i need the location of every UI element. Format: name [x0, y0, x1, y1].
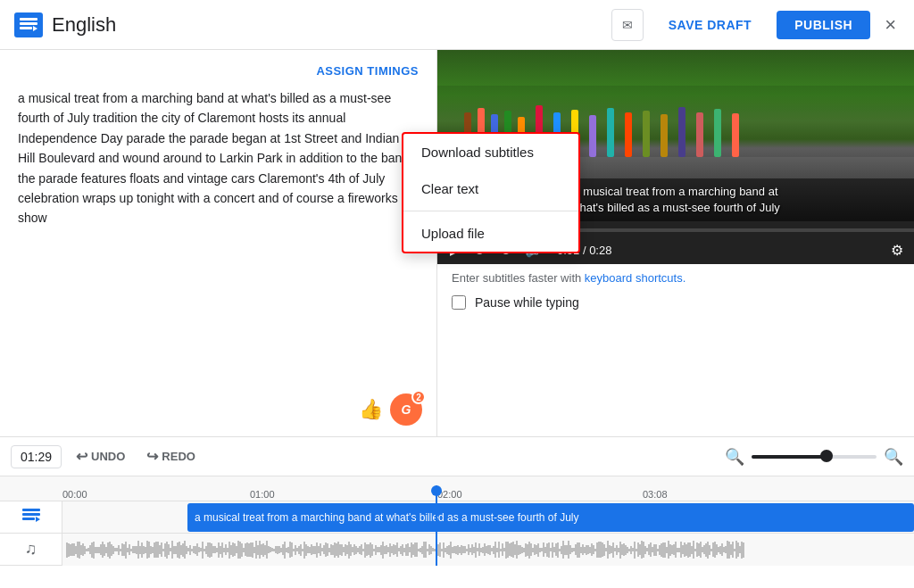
time-code-display: 01:29 — [11, 445, 62, 468]
undo-icon: ↩ — [76, 448, 87, 465]
timeline-tracks: ♫ a musical treat from a marching band a… — [0, 501, 914, 566]
svg-rect-4 — [22, 509, 40, 511]
redo-icon: ↪ — [146, 448, 158, 465]
svg-marker-7 — [36, 517, 40, 522]
undo-button[interactable]: ↩ UNDO — [69, 444, 132, 468]
pause-while-typing-checkbox[interactable] — [452, 295, 466, 310]
grammarly-button[interactable]: G 2 — [390, 393, 422, 426]
left-panel: ASSIGN TIMINGS a musical treat from a ma… — [0, 50, 437, 436]
bottom-icons: 👍 G 2 — [359, 393, 422, 426]
svg-rect-5 — [22, 513, 40, 516]
publish-button[interactable]: PUBLISH — [777, 11, 870, 39]
feedback-icon: ✉ — [622, 18, 633, 32]
thumbs-up-icon[interactable]: 👍 — [359, 398, 383, 421]
keyboard-shortcuts-link[interactable]: keyboard shortcuts. — [585, 271, 686, 285]
subtitle-track-label — [0, 501, 62, 534]
timeline-playhead — [436, 501, 437, 566]
assign-timings-link[interactable]: ASSIGN TIMINGS — [18, 64, 419, 78]
dropdown-divider — [403, 211, 578, 211]
audio-track: // Generate waveform bars inline const b… — [62, 534, 914, 566]
subtitle-track: a musical treat from a marching band at … — [62, 501, 914, 534]
dropdown-menu: Download subtitles Clear text Upload fil… — [402, 132, 580, 253]
save-draft-button[interactable]: SAVE DRAFT — [654, 11, 766, 39]
svg-rect-1 — [20, 22, 37, 25]
ruler-mark-3: 03:08 — [643, 489, 668, 500]
close-button[interactable]: × — [881, 12, 900, 38]
zoom-controls: 🔍 🔍 — [725, 447, 903, 467]
subtitle-text: a musical treat from a marching band at … — [18, 88, 419, 228]
ruler-mark-0: 00:00 — [62, 489, 87, 500]
header: English ✉ SAVE DRAFT PUBLISH × — [0, 0, 914, 50]
zoom-slider[interactable] — [752, 455, 877, 459]
timeline-section: 01:29 ↩ UNDO ↪ REDO 🔍 🔍 00:00 01:00 02:0… — [0, 436, 914, 588]
timeline-ruler: 00:00 01:00 02:00 03:08 — [0, 476, 914, 501]
logo-area: English — [14, 12, 116, 37]
settings-button[interactable]: ⚙ — [891, 242, 903, 259]
track-labels: ♫ — [0, 501, 62, 566]
svg-marker-3 — [33, 26, 37, 31]
ruler-mark-1: 01:00 — [250, 489, 275, 500]
audio-track-label: ♫ — [0, 534, 62, 566]
svg-rect-0 — [20, 18, 37, 21]
zoom-out-icon[interactable]: 🔍 — [725, 447, 744, 467]
music-note-icon: ♫ — [25, 540, 37, 559]
track-content-area: a musical treat from a marching band at … — [62, 501, 914, 566]
pause-while-typing-row: Pause while typing — [437, 292, 914, 313]
timeline-toolbar: 01:29 ↩ UNDO ↪ REDO 🔍 🔍 — [0, 437, 914, 476]
header-actions: ✉ SAVE DRAFT PUBLISH × — [611, 9, 900, 41]
zoom-in-icon[interactable]: 🔍 — [884, 447, 903, 467]
feedback-button[interactable]: ✉ — [611, 9, 644, 41]
page-title: English — [52, 13, 116, 37]
subtitle-clip[interactable]: a musical treat from a marching band at … — [187, 503, 914, 532]
main-content: ASSIGN TIMINGS a musical treat from a ma… — [0, 50, 914, 436]
grammarly-badge: 2 — [411, 390, 426, 404]
dropdown-download-subtitles[interactable]: Download subtitles — [403, 134, 578, 170]
audio-waveform: // Generate waveform bars inline const b… — [62, 537, 914, 562]
dropdown-clear-text[interactable]: Clear text — [403, 170, 578, 207]
svg-rect-6 — [22, 518, 35, 520]
app-logo — [14, 12, 43, 37]
dropdown-upload-file[interactable]: Upload file — [403, 215, 578, 252]
subtitle-track-icon — [22, 509, 40, 526]
redo-button[interactable]: ↪ REDO — [139, 444, 203, 468]
pause-while-typing-label: Pause while typing — [475, 295, 579, 310]
svg-rect-2 — [20, 27, 32, 29]
keyboard-hint: Enter subtitles faster with keyboard sho… — [437, 264, 914, 292]
